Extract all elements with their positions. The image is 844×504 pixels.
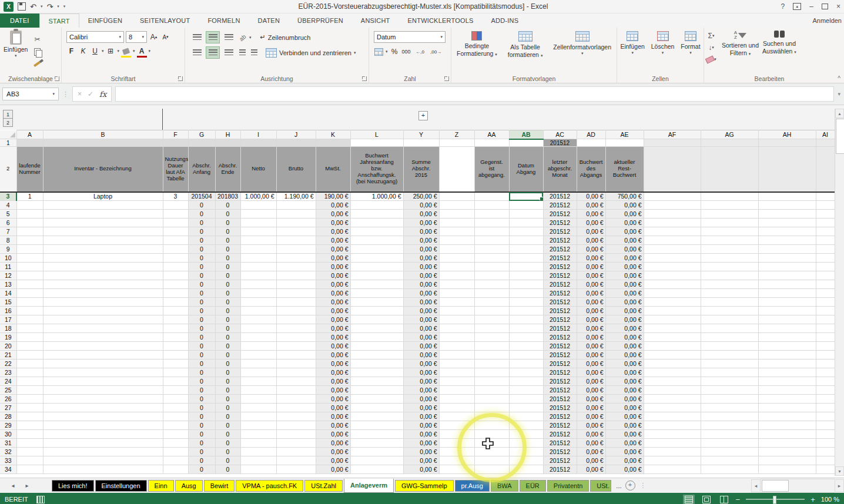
cell-AE33[interactable]: 0,00 € — [605, 456, 644, 465]
cell-K1[interactable] — [316, 139, 350, 147]
cell-Z33[interactable] — [439, 456, 474, 465]
cell-I1[interactable] — [240, 139, 276, 147]
cell-AI15[interactable] — [816, 298, 835, 307]
cell-Z30[interactable] — [439, 430, 474, 439]
row-header-19[interactable]: 19 — [0, 333, 16, 342]
cell-F14[interactable] — [163, 289, 188, 298]
cell-Y12[interactable]: 0,00 € — [403, 271, 439, 280]
cell-G1[interactable] — [188, 139, 215, 147]
align-top-button[interactable] — [190, 31, 204, 43]
cell-B23[interactable] — [43, 368, 163, 377]
cell-A5[interactable] — [16, 210, 43, 219]
cell-I3[interactable]: 1.000,00 € — [240, 192, 276, 201]
cell-B27[interactable] — [43, 404, 163, 412]
cell-AC6[interactable]: 201512 — [543, 219, 577, 227]
cell-K30[interactable]: 0,00 € — [316, 430, 350, 439]
cell-AA18[interactable] — [474, 324, 509, 333]
cell-AG14[interactable] — [701, 289, 758, 298]
cell-AE24[interactable]: 0,00 € — [605, 377, 644, 386]
cell-AB15[interactable] — [509, 298, 543, 307]
cell-H15[interactable]: 0 — [215, 298, 240, 307]
decrease-decimal-button[interactable]: ,00→ — [429, 46, 443, 57]
cell-AE10[interactable]: 0,00 € — [605, 254, 644, 263]
cell-AF12[interactable] — [644, 271, 701, 280]
align-middle-button[interactable] — [206, 31, 220, 43]
row-header-7[interactable]: 7 — [0, 227, 16, 236]
sheet-tab-anlageverm[interactable]: Anlageverm — [344, 479, 394, 493]
cell-H23[interactable]: 0 — [215, 368, 240, 377]
cell-AI10[interactable] — [816, 254, 835, 263]
accounting-format-button[interactable] — [374, 46, 384, 57]
sheet-tab-vpma-pausch-fk[interactable]: VPMA - pausch.FK — [236, 480, 303, 492]
cell-G5[interactable]: 0 — [188, 210, 215, 219]
cell-L16[interactable] — [350, 307, 403, 315]
cell-H19[interactable]: 0 — [215, 333, 240, 342]
cell-AE14[interactable]: 0,00 € — [605, 289, 644, 298]
cell-G6[interactable]: 0 — [188, 219, 215, 227]
header-cell-I2[interactable]: Netto — [240, 147, 276, 192]
cell-F25[interactable] — [163, 386, 188, 395]
row-header-28[interactable]: 28 — [0, 412, 16, 421]
cell-K29[interactable]: 0,00 € — [316, 421, 350, 430]
sheet-tab-lies-mich-[interactable]: Lies mich! — [52, 480, 94, 492]
cell-AH14[interactable] — [758, 289, 816, 298]
cell-B8[interactable] — [43, 236, 163, 245]
cell-L3[interactable]: 1.000,00 € — [350, 192, 403, 201]
cell-L15[interactable] — [350, 298, 403, 307]
cell-AH25[interactable] — [758, 386, 816, 395]
cell-A27[interactable] — [16, 404, 43, 412]
merge-center-button[interactable]: Verbinden und zentrieren ▾ — [266, 48, 356, 58]
cell-AG29[interactable] — [701, 421, 758, 430]
cell-AI21[interactable] — [816, 351, 835, 359]
cell-L26[interactable] — [350, 395, 403, 404]
cell-I29[interactable] — [240, 421, 276, 430]
align-bottom-button[interactable] — [222, 31, 236, 43]
cell-F1[interactable] — [163, 139, 188, 147]
tab-start[interactable]: START — [39, 14, 79, 28]
col-header-AD[interactable]: AD — [577, 130, 605, 139]
cell-AC19[interactable]: 201512 — [543, 333, 577, 342]
cell-AG6[interactable] — [701, 219, 758, 227]
page-break-view-icon[interactable] — [718, 495, 730, 504]
cell-AC20[interactable]: 201512 — [543, 342, 577, 351]
new-sheet-button[interactable]: + — [625, 481, 635, 490]
cell-I23[interactable] — [240, 368, 276, 377]
cell-AH6[interactable] — [758, 219, 816, 227]
cell-AE17[interactable]: 0,00 € — [605, 315, 644, 324]
cell-AD7[interactable]: 0,00 € — [577, 227, 605, 236]
zoom-in-icon[interactable]: + — [810, 496, 815, 503]
cell-AC26[interactable]: 201512 — [543, 395, 577, 404]
cell-G22[interactable]: 0 — [188, 359, 215, 368]
cell-AC11[interactable]: 201512 — [543, 263, 577, 271]
cell-AH10[interactable] — [758, 254, 816, 263]
cell-AD5[interactable]: 0,00 € — [577, 210, 605, 219]
cell-H11[interactable]: 0 — [215, 263, 240, 271]
cell-A11[interactable] — [16, 263, 43, 271]
cell-A17[interactable] — [16, 315, 43, 324]
cell-Z24[interactable] — [439, 377, 474, 386]
cell-Y7[interactable]: 0,00 € — [403, 227, 439, 236]
cell-K28[interactable]: 0,00 € — [316, 412, 350, 421]
header-cell-AE2[interactable]: aktueller Rest- Buchwert — [605, 147, 644, 192]
col-header-AI[interactable]: AI — [816, 130, 835, 139]
cell-I12[interactable] — [240, 271, 276, 280]
cell-G7[interactable]: 0 — [188, 227, 215, 236]
cell-K26[interactable]: 0,00 € — [316, 395, 350, 404]
col-header-H[interactable]: H — [215, 130, 240, 139]
cell-L23[interactable] — [350, 368, 403, 377]
row-header-9[interactable]: 9 — [0, 245, 16, 254]
cell-AF20[interactable] — [644, 342, 701, 351]
cell-AF30[interactable] — [644, 430, 701, 439]
cell-Z1[interactable] — [439, 139, 474, 147]
cell-AI13[interactable] — [816, 280, 835, 289]
cell-Z10[interactable] — [439, 254, 474, 263]
cell-B24[interactable] — [43, 377, 163, 386]
cell-AG30[interactable] — [701, 430, 758, 439]
cell-AE8[interactable]: 0,00 € — [605, 236, 644, 245]
cell-Y19[interactable]: 0,00 € — [403, 333, 439, 342]
cell-AA6[interactable] — [474, 219, 509, 227]
row-header-13[interactable]: 13 — [0, 280, 16, 289]
tab-daten[interactable]: DATEN — [249, 14, 289, 28]
cell-AG24[interactable] — [701, 377, 758, 386]
cell-AC18[interactable]: 201512 — [543, 324, 577, 333]
